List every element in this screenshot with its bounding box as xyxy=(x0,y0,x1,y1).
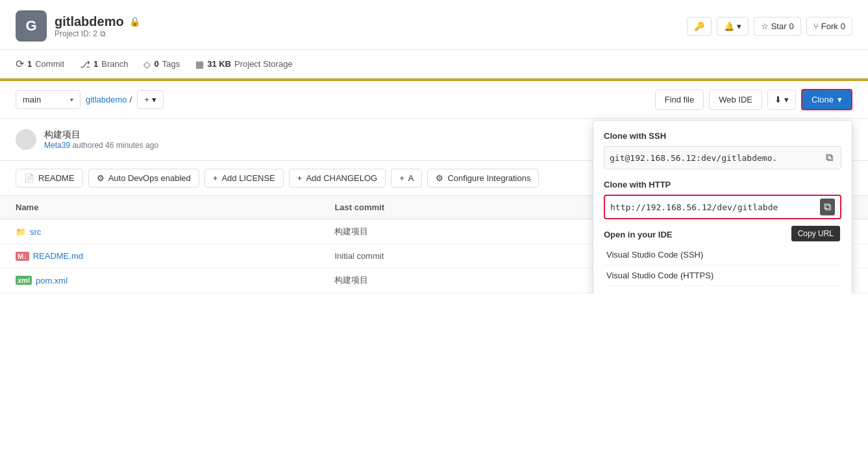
file-name-cell: xml pom.xml xyxy=(0,268,319,293)
more-button[interactable]: + A xyxy=(391,169,422,188)
notification-chevron: ▾ xyxy=(737,21,741,31)
devops-icon: ⚙ xyxy=(97,173,105,183)
clone-dropdown: Clone with SSH git@192.168.56.12:dev/git… xyxy=(593,120,852,293)
branches-stat: ⎇ 1 Branch xyxy=(80,59,128,69)
ide-option-intellij-ssh[interactable]: IntelliJ IDEA (SSH) xyxy=(604,286,841,293)
copy-http-url-button[interactable]: ⧉ xyxy=(820,199,835,215)
integrations-icon: ⚙ xyxy=(436,173,443,183)
key-button[interactable]: 🔑 xyxy=(687,17,712,36)
header-actions: 🔑 🔔 ▾ ☆ ☆ Star Star 0 ⑂ Fork 0 xyxy=(687,17,852,36)
file-commit-cell: Initial commit xyxy=(319,245,580,268)
commits-icon: ⟳ xyxy=(16,58,24,70)
folder-icon: 📁 xyxy=(16,227,26,237)
copy-ssh-url-button[interactable]: ⧉ xyxy=(823,149,836,166)
tags-label: Tags xyxy=(162,59,180,69)
md-file-icon: M↓ xyxy=(16,252,29,261)
more-icon: + xyxy=(399,173,404,183)
add-changelog-icon: + xyxy=(297,173,303,183)
tag-icon: ◇ xyxy=(143,59,151,69)
ide-option-vscode-ssh[interactable]: Visual Studio Code (SSH) xyxy=(604,245,841,265)
file-link[interactable]: M↓ README.md xyxy=(16,251,303,261)
copy-url-tooltip: Copy URL xyxy=(791,226,840,241)
branch-name: main xyxy=(23,95,41,104)
readme-icon: 📄 xyxy=(24,173,34,183)
commits-label: Commit xyxy=(35,59,64,69)
storage-icon: ▦ xyxy=(195,59,204,69)
toolbar-left: main ▾ gitlabdemo / + ▾ xyxy=(16,90,164,109)
http-clone-title: Clone with HTTP xyxy=(604,180,841,189)
repo-title-area: G gitlabdemo 🔒 Project ID: 2 ⧉ xyxy=(16,10,140,42)
breadcrumb-repo[interactable]: gitlabdemo xyxy=(86,95,127,104)
web-ide-button[interactable]: Web IDE xyxy=(709,90,762,110)
commit-details: 构建项目 Meta39 authored 46 minutes ago xyxy=(44,129,158,150)
branches-count: 1 xyxy=(93,59,98,69)
branch-selector[interactable]: main ▾ xyxy=(16,90,81,109)
repo-avatar: G xyxy=(16,10,47,42)
copy-project-id-icon[interactable]: ⧉ xyxy=(100,29,106,38)
add-file-button[interactable]: + ▾ xyxy=(137,90,164,109)
add-changelog-button[interactable]: + Add CHANGELOG xyxy=(289,169,386,188)
commit-meta: Meta39 authored 46 minutes ago xyxy=(44,141,158,150)
branch-chevron-icon: ▾ xyxy=(70,96,73,103)
commit-authored-text: authored 46 minutes ago xyxy=(72,141,158,150)
breadcrumb: gitlabdemo / xyxy=(86,95,132,104)
download-button[interactable]: ⬇ ▾ xyxy=(767,90,796,110)
repo-name-row: gitlabdemo 🔒 xyxy=(55,14,140,29)
http-url-row: http://192.168.56.12/dev/gitlabde ⧉ Copy… xyxy=(604,195,841,219)
storage-stat: ▦ 31 KB Project Storage xyxy=(195,59,292,69)
fork-icon: ⑂ xyxy=(813,21,819,31)
readme-button[interactable]: 📄 README xyxy=(16,169,83,188)
fork-button[interactable]: ⑂ Fork 0 xyxy=(806,17,852,36)
configure-integrations-button[interactable]: ⚙ Configure Integrations xyxy=(427,169,539,188)
tags-count: 0 xyxy=(154,59,158,69)
repo-toolbar: main ▾ gitlabdemo / + ▾ Find file Web ID… xyxy=(0,81,868,119)
file-link[interactable]: 📁 src xyxy=(16,227,303,237)
clone-chevron-icon: ▾ xyxy=(837,95,842,104)
download-icon: ⬇ xyxy=(775,95,782,104)
stats-bar: ⟳ 1 Commit ⎇ 1 Branch ◇ 0 Tags ▦ 31 KB P… xyxy=(0,50,868,79)
http-url-text: http://192.168.56.12/dev/gitlabde xyxy=(610,202,817,212)
commit-message: 构建项目 xyxy=(44,129,158,141)
add-license-icon: + xyxy=(213,173,218,183)
fork-count: 0 xyxy=(841,21,845,31)
branch-icon: ⎇ xyxy=(80,59,90,69)
clone-label: Clone xyxy=(812,95,834,104)
project-id: Project ID: 2 ⧉ xyxy=(55,29,140,38)
ide-option-vscode-https[interactable]: Visual Studio Code (HTTPS) xyxy=(604,265,841,286)
find-file-button[interactable]: Find file xyxy=(655,90,704,110)
add-icon: + xyxy=(144,95,149,104)
add-license-button[interactable]: + Add LICENSE xyxy=(205,169,284,188)
file-commit-cell: 构建项目 xyxy=(319,219,580,245)
col-name: Name xyxy=(0,196,319,219)
devops-button[interactable]: ⚙ Auto DevOps enabled xyxy=(88,169,199,188)
storage-size: 31 KB xyxy=(207,59,231,69)
lock-icon: 🔒 xyxy=(129,16,140,27)
repo-info: gitlabdemo 🔒 Project ID: 2 ⧉ xyxy=(55,14,140,38)
add-chevron-icon: ▾ xyxy=(152,95,156,104)
repo-name: gitlabdemo xyxy=(55,14,124,29)
ssh-url-row: git@192.168.56.12:dev/gitlabdemo. ⧉ xyxy=(604,146,841,169)
notification-button[interactable]: 🔔 ▾ xyxy=(717,17,749,36)
file-commit-cell: 构建项目 xyxy=(319,268,580,293)
col-commit: Last commit xyxy=(319,196,580,219)
more-label: A xyxy=(408,173,414,183)
file-link[interactable]: xml pom.xml xyxy=(16,276,303,285)
tags-stat: ◇ 0 Tags xyxy=(143,59,180,69)
ssh-clone-title: Clone with SSH xyxy=(604,131,841,141)
download-chevron-icon: ▾ xyxy=(784,95,789,104)
clone-button[interactable]: Clone ▾ xyxy=(801,89,852,110)
breadcrumb-sep: / xyxy=(130,95,132,104)
ssh-url-text: git@192.168.56.12:dev/gitlabdemo. xyxy=(610,153,821,163)
commits-stat: ⟳ 1 Commit xyxy=(16,58,64,70)
star-button[interactable]: ☆ ☆ Star Star 0 xyxy=(754,17,801,36)
file-name-cell: 📁 src xyxy=(0,219,319,245)
commits-count: 1 xyxy=(27,59,32,69)
branches-label: Branch xyxy=(101,59,128,69)
file-name-cell: M↓ README.md xyxy=(0,245,319,268)
repo-header: G gitlabdemo 🔒 Project ID: 2 ⧉ 🔑 🔔 ▾ ☆ ☆… xyxy=(0,0,868,50)
xml-file-icon: xml xyxy=(16,276,32,285)
commit-avatar xyxy=(16,129,36,150)
star-icon: ☆ xyxy=(761,21,769,31)
commit-author-link[interactable]: Meta39 xyxy=(44,141,70,150)
star-count: 0 xyxy=(789,21,794,31)
